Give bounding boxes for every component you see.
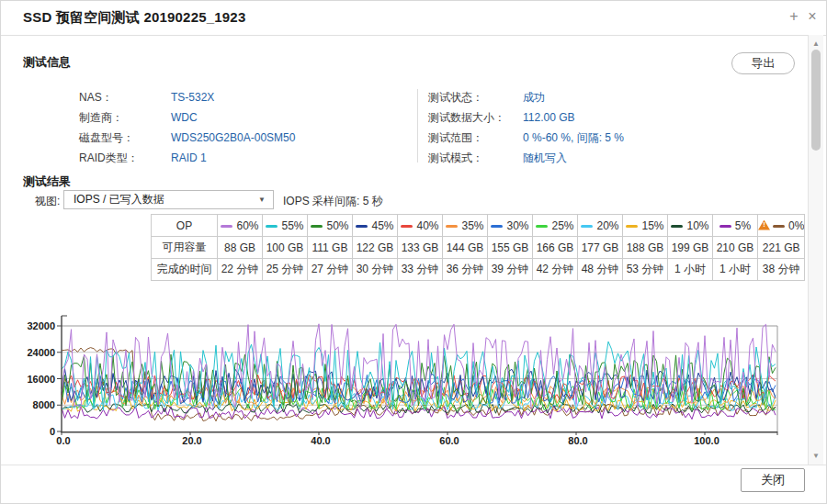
time-cell: 22 分钟 [218,259,263,281]
op-percent-label: 15% [641,219,663,232]
maximize-icon[interactable]: + [786,8,802,25]
test-info-left-column: NAS：TS-532X制造商：WDC磁盘型号：WDS250G2B0A-00SM5… [79,87,410,168]
op-legend-cell: !0% [758,215,805,237]
info-value: 随机写入 [523,151,567,164]
iops-chart: 080001600024000320000.020.040.060.080.01… [1,308,806,448]
axis-tick-label: 8000 [33,399,55,410]
time-cell: 48 分钟 [578,259,623,281]
view-dropdown-value: IOPS / 已写入数据 [74,193,164,206]
legend-swatch [536,225,548,228]
info-label: 测试数据大小： [428,107,523,128]
op-percent-label: 20% [596,219,618,232]
legend-swatch [671,225,683,228]
axis-tick-label: 0.0 [56,435,70,446]
axis-tick-label: 16000 [27,374,55,385]
scroll-up-icon[interactable]: ▲ [809,39,823,48]
legend-swatch [491,225,503,228]
op-result-table: OP60%55%50%45%40%35%30%25%20%15%10%5%!0%… [151,214,805,281]
footer: 关闭 [1,465,827,504]
info-row: 测试模式：随机写入 [428,148,796,168]
op-legend-cell: 30% [488,215,533,237]
row-header: 可用容量 [152,237,218,259]
op-legend-cell: 50% [308,215,353,237]
sampling-interval-text: IOPS 采样间隔: 5 秒 [283,194,383,209]
legend-swatch [773,225,785,228]
info-label: 测试状态： [428,87,523,107]
close-button[interactable]: 关闭 [741,468,805,492]
op-percent-label: 45% [371,219,393,232]
axis-tick-label: 80.0 [568,435,587,446]
legend-swatch [221,225,232,228]
close-icon[interactable]: × [804,8,821,25]
info-row: 测试范围：0 %-60 %, 间隔: 5 % [428,128,796,148]
info-label: 测试模式： [428,148,523,168]
info-label: 测试范围： [428,128,523,148]
capacity-cell: 133 GB [398,237,443,259]
vertical-scrollbar[interactable]: ▲ ▼ [808,35,823,465]
op-legend-cell: 20% [578,215,623,237]
capacity-cell: 88 GB [218,237,263,259]
op-percent-label: 50% [326,219,348,232]
legend-swatch [719,225,731,228]
info-value: 0 %-60 %, 间隔: 5 % [523,131,624,144]
time-cell: 25 分钟 [263,259,308,281]
view-dropdown[interactable]: IOPS / 已写入数据 ▼ [63,190,274,209]
capacity-cell: 210 GB [713,237,758,259]
time-cell: 1 小时 [713,259,758,281]
time-cell: 39 分钟 [488,259,533,281]
legend-swatch [356,225,368,228]
axis-tick-label: 24000 [27,347,55,358]
warning-exclamation: ! [758,219,770,230]
scrollbar-thumb[interactable] [811,50,821,151]
result-table: OP60%55%50%45%40%35%30%25%20%15%10%5%!0%… [151,214,805,281]
time-cell: 33 分钟 [398,259,443,281]
test-info-right-column: 测试状态：成功测试数据大小：112.00 GB测试范围：0 %-60 %, 间隔… [428,87,796,168]
capacity-cell: 122 GB [353,237,398,259]
capacity-cell: 144 GB [443,237,488,259]
info-row: NAS：TS-532X [79,87,410,107]
time-cell: 27 分钟 [308,259,353,281]
op-percent-label: 10% [686,219,708,232]
time-cell: 53 分钟 [623,259,668,281]
test-result-header: 测试结果 [23,174,71,190]
info-value: TS-532X [171,91,214,104]
info-label: NAS： [79,87,171,107]
op-legend-cell: 15% [623,215,668,237]
op-legend-cell: 5% [713,215,758,237]
view-label: 视图: [35,194,60,209]
op-percent-label: 35% [461,219,483,232]
op-percent-label: 55% [281,219,303,232]
info-row: RAID类型：RAID 1 [79,148,410,168]
time-cell: 38 分钟 [758,259,805,281]
axis-tick-label: 20.0 [182,435,201,446]
export-button[interactable]: 导出 [731,52,795,74]
time-cell: 36 分钟 [443,259,488,281]
test-info-header: 测试信息 [23,54,71,71]
info-label: RAID类型： [79,148,171,168]
axis-tick-label: 60.0 [439,435,459,446]
info-label: 制造商： [79,107,171,128]
op-legend-cell: 25% [533,215,578,237]
axis-tick-label: 0 [50,426,55,437]
axis-tick-label: 32000 [27,320,55,331]
op-percent-label: 60% [236,219,258,232]
capacity-cell: 111 GB [308,237,353,259]
info-row: 测试数据大小：112.00 GB [428,107,796,128]
time-cell: 42 分钟 [533,259,578,281]
op-legend-cell: 55% [263,215,308,237]
info-row: 测试状态：成功 [428,87,796,107]
op-percent-label: 5% [735,219,751,232]
op-percent-label: 40% [416,219,438,232]
scroll-down-icon[interactable]: ▼ [809,452,823,460]
info-row: 制造商：WDC [79,107,410,128]
capacity-cell: 177 GB [578,237,623,259]
table-row: 完成的时间22 分钟25 分钟27 分钟30 分钟33 分钟36 分钟39 分钟… [152,259,805,281]
warning-icon: ! [758,220,770,230]
time-cell: 30 分钟 [353,259,398,281]
row-header: 完成的时间 [152,259,218,281]
table-row: OP60%55%50%45%40%35%30%25%20%15%10%5%!0% [152,215,805,237]
op-legend-cell: 45% [353,215,398,237]
row-header: OP [152,215,218,237]
info-value: RAID 1 [171,151,207,164]
capacity-cell: 166 GB [533,237,578,259]
